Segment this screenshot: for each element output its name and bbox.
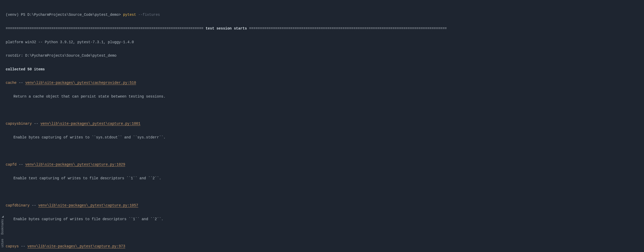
dashes: --	[19, 244, 27, 248]
prompt-line: (venv) PS D:\PycharmProjects\Source_Code…	[6, 11, 644, 18]
fixture-name: capfd	[6, 162, 17, 167]
fixture-header-cache: cache -- venv\lib\site-packages\_pytest\…	[6, 79, 644, 86]
fixture-link[interactable]: venv\lib\site-packages\_pytest\capture.p…	[25, 162, 125, 167]
fixture-name: capsysbinary	[6, 122, 32, 126]
fixture-desc: Return a cache object that can persist s…	[6, 93, 644, 100]
fixture-header-capsys: capsys -- venv\lib\site-packages\_pytest…	[6, 243, 644, 250]
fixture-desc: Enable bytes capturing of writes to ``sy…	[6, 134, 644, 141]
blank-line	[6, 229, 644, 236]
session-header: test session starts	[204, 26, 249, 31]
fixture-desc: Enable text capturing of writes to file …	[6, 175, 644, 182]
command-name: pytest	[123, 13, 136, 17]
fixture-link[interactable]: venv\lib\site-packages\_pytest\cacheprov…	[25, 81, 136, 85]
blank-line	[6, 107, 644, 114]
separator-right: ========================================…	[249, 26, 447, 31]
fixture-link[interactable]: venv\lib\site-packages\_pytest\capture.p…	[38, 203, 138, 207]
bookmarks-tab[interactable]: Bookmarks ◣	[0, 213, 5, 237]
fixture-header-capfdbinary: capfdbinary -- venv\lib\site-packages\_p…	[6, 202, 644, 209]
blank-line	[6, 148, 644, 154]
fixture-name: capsys	[6, 244, 19, 248]
dashes: --	[32, 122, 41, 126]
platform-line: platform win32 -- Python 3.9.12, pytest-…	[6, 39, 644, 46]
rootdir-line: rootdir: D:\PycharmProjects\Source_Code\…	[6, 52, 644, 59]
fixture-header-capfd: capfd -- venv\lib\site-packages\_pytest\…	[6, 161, 644, 168]
bookmarks-tab-label: Bookmarks	[0, 219, 5, 235]
collected-line: collected 50 items	[6, 66, 644, 73]
terminal-output[interactable]: (venv) PS D:\PycharmProjects\Source_Code…	[0, 0, 644, 252]
fixture-desc: Enable bytes capturing of writes to file…	[6, 216, 644, 223]
side-tab-bar: Bookmarks ◣ ucture	[0, 0, 5, 252]
session-separator: ========================================…	[6, 25, 644, 32]
command-arg: --fixtures	[136, 13, 160, 17]
fixture-name: capfdbinary	[6, 203, 29, 207]
dashes: --	[17, 81, 25, 85]
structure-tab-label: ucture	[0, 239, 5, 247]
blank-line	[6, 188, 644, 195]
fixture-name: cache	[6, 81, 17, 85]
bookmark-icon: ◣	[1, 214, 4, 219]
separator-left: ========================================…	[6, 26, 204, 31]
dashes: --	[17, 162, 25, 167]
structure-tab[interactable]: ucture	[0, 237, 5, 249]
fixture-link[interactable]: venv\lib\site-packages\_pytest\capture.p…	[27, 244, 125, 248]
fixture-header-capsysbinary: capsysbinary -- venv\lib\site-packages\_…	[6, 120, 644, 127]
prompt-prefix: (venv) PS D:\PycharmProjects\Source_Code…	[6, 13, 123, 17]
fixture-link[interactable]: venv\lib\site-packages\_pytest\capture.p…	[40, 122, 140, 126]
dashes: --	[29, 203, 38, 207]
